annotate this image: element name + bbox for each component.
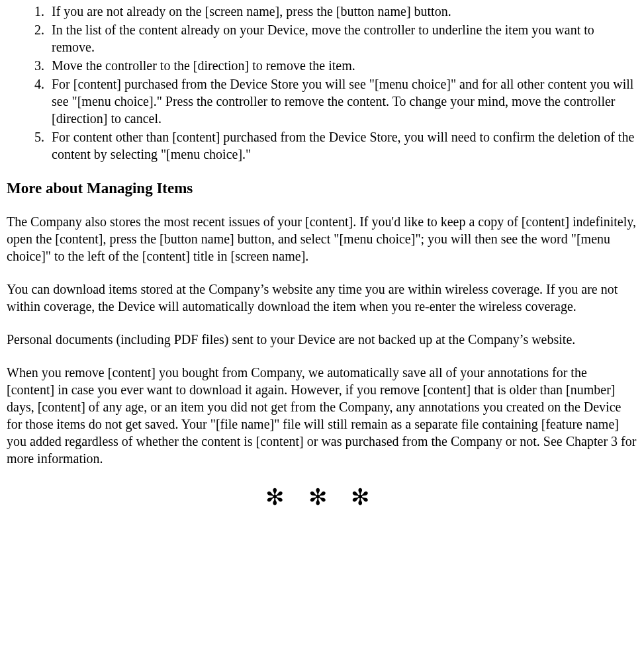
list-item: In the list of the content already on yo… — [48, 21, 637, 56]
body-paragraph: Personal documents (including PDF files)… — [7, 331, 637, 348]
list-item: Move the controller to the [direction] t… — [48, 57, 637, 74]
list-item: For content other than [content] purchas… — [48, 128, 637, 163]
list-item: For [content] purchased from the Device … — [48, 75, 637, 127]
body-paragraph: When you remove [content] you bought fro… — [7, 364, 637, 467]
body-paragraph: The Company also stores the most recent … — [7, 213, 637, 265]
body-paragraph: You can download items stored at the Com… — [7, 280, 637, 315]
section-divider: ✻ ✻ ✻ — [7, 483, 637, 512]
instruction-list: If you are not already on the [screen na… — [7, 3, 637, 163]
list-item: If you are not already on the [screen na… — [48, 3, 637, 20]
section-heading: More about Managing Items — [7, 179, 637, 198]
